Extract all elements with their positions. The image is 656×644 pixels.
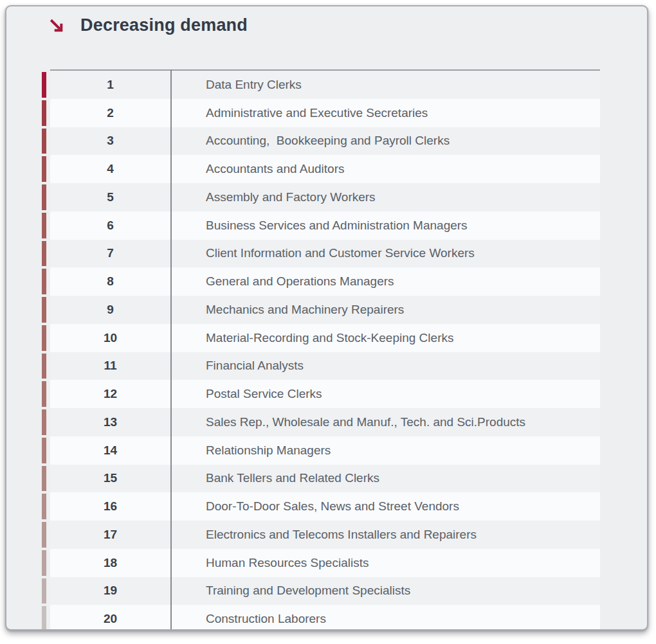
- occupation-cell: Door-To-Door Sales, News and Street Vend…: [170, 499, 459, 514]
- table-row: 6 Business Services and Administration M…: [42, 211, 600, 240]
- table-row: 20 Construction Laborers: [42, 605, 600, 631]
- rank-gradient-bar: [42, 213, 46, 238]
- rank-gradient-bar: [42, 550, 46, 576]
- table-row: 9 Mechanics and Machinery Repairers: [42, 296, 600, 324]
- occupation-cell: Relationship Managers: [170, 443, 331, 458]
- occupation-cell: Construction Laborers: [170, 612, 326, 626]
- occupation-cell: Bank Tellers and Related Clerks: [170, 471, 379, 485]
- rank-cell: 10: [50, 331, 170, 345]
- occupation-cell: Assembly and Factory Workers: [170, 190, 376, 204]
- rank-cell: 18: [50, 556, 170, 570]
- table-row: 11 Financial Analysts: [42, 352, 600, 380]
- rank-cell: 6: [50, 219, 170, 233]
- page-title: Decreasing demand: [80, 15, 248, 35]
- occupation-cell: Postal Service Clerks: [170, 387, 322, 401]
- row-cells: 5 Assembly and Factory Workers: [50, 183, 600, 211]
- table-row: 1 Data Entry Clerks: [42, 71, 600, 99]
- table-row: 17 Electronics and Telecoms Installers a…: [42, 521, 600, 549]
- rank-cell: 1: [50, 78, 170, 92]
- rank-gradient-bar: [42, 269, 46, 294]
- row-cells: 10 Material-Recording and Stock-Keeping …: [50, 324, 600, 352]
- rank-gradient-bar: [42, 353, 46, 379]
- occupation-cell: Electronics and Telecoms Installers and …: [170, 528, 477, 542]
- row-cells: 7 Client Information and Customer Servic…: [50, 240, 600, 268]
- rank-cell: 17: [50, 528, 170, 542]
- occupation-cell: Financial Analysts: [170, 359, 304, 373]
- row-cells: 9 Mechanics and Machinery Repairers: [50, 296, 600, 324]
- rank-gradient-bar: [42, 72, 46, 98]
- rank-gradient-bar: [42, 381, 46, 407]
- occupation-cell: General and Operations Managers: [170, 274, 394, 289]
- table-row: 10 Material-Recording and Stock-Keeping …: [42, 324, 600, 352]
- rank-gradient-bar: [42, 325, 46, 351]
- rank-gradient-bar: [42, 156, 46, 182]
- rank-cell: 2: [50, 106, 170, 120]
- occupation-cell: Sales Rep., Wholesale and Manuf., Tech. …: [170, 415, 525, 429]
- rank-gradient-bar: [42, 438, 46, 463]
- table-row: 19 Training and Development Specialists: [42, 577, 600, 605]
- table-row: 14 Relationship Managers: [42, 436, 600, 465]
- rank-cell: 8: [50, 274, 170, 289]
- table-top-border: [50, 69, 600, 71]
- rank-cell: 7: [50, 246, 170, 260]
- row-cells: 6 Business Services and Administration M…: [50, 211, 600, 240]
- table-row: 7 Client Information and Customer Servic…: [42, 240, 600, 268]
- occupation-cell: Business Services and Administration Man…: [170, 219, 468, 233]
- rank-gradient-bar: [42, 466, 46, 492]
- rank-cell: 14: [50, 443, 170, 458]
- row-cells: 14 Relationship Managers: [50, 436, 600, 465]
- figure-frame: Decreasing demand 1 Data Entry Clerks 2 …: [5, 5, 648, 631]
- rank-cell: 4: [50, 162, 170, 176]
- occupation-cell: Administrative and Executive Secretaries: [170, 106, 428, 120]
- occupation-cell: Training and Development Specialists: [170, 584, 410, 598]
- row-cells: 2 Administrative and Executive Secretari…: [50, 99, 600, 127]
- table-row: 18 Human Resources Specialists: [42, 549, 600, 577]
- arrow-down-right-icon: [48, 17, 66, 35]
- occupation-cell: Data Entry Clerks: [170, 78, 302, 92]
- rank-cell: 19: [50, 584, 170, 598]
- table-row: 13 Sales Rep., Wholesale and Manuf., Tec…: [42, 408, 600, 436]
- rank-gradient-bar: [42, 409, 46, 435]
- row-cells: 18 Human Resources Specialists: [50, 549, 600, 577]
- rank-cell: 16: [50, 499, 170, 514]
- occupation-cell: Material-Recording and Stock-Keeping Cle…: [170, 331, 453, 345]
- rank-gradient-bar: [42, 184, 46, 210]
- occupation-cell: Accounting, Bookkeeping and Payroll Cler…: [170, 134, 450, 148]
- figure-header: Decreasing demand: [48, 15, 248, 35]
- table-row: 4 Accountants and Auditors: [42, 155, 600, 183]
- table-row: 15 Bank Tellers and Related Clerks: [42, 465, 600, 493]
- rank-cell: 5: [50, 190, 170, 204]
- row-cells: 3 Accounting, Bookkeeping and Payroll Cl…: [50, 127, 600, 156]
- occupation-cell: Client Information and Customer Service …: [170, 246, 475, 260]
- rank-cell: 3: [50, 134, 170, 148]
- rank-gradient-bar: [42, 522, 46, 548]
- table-row: 5 Assembly and Factory Workers: [42, 183, 600, 211]
- rank-gradient-bar: [42, 241, 46, 267]
- row-cells: 16 Door-To-Door Sales, News and Street V…: [50, 492, 600, 521]
- rank-gradient-bar: [42, 606, 46, 631]
- row-cells: 13 Sales Rep., Wholesale and Manuf., Tec…: [50, 408, 600, 436]
- row-cells: 8 General and Operations Managers: [50, 267, 600, 296]
- row-cells: 12 Postal Service Clerks: [50, 380, 600, 408]
- rank-cell: 9: [50, 303, 170, 317]
- rank-cell: 20: [50, 612, 170, 626]
- row-cells: 11 Financial Analysts: [50, 352, 600, 380]
- rank-gradient-bar: [42, 578, 46, 604]
- occupation-cell: Mechanics and Machinery Repairers: [170, 303, 404, 317]
- row-cells: 4 Accountants and Auditors: [50, 155, 600, 183]
- occupation-cell: Human Resources Specialists: [170, 556, 369, 570]
- ranked-table: 1 Data Entry Clerks 2 Administrative and…: [42, 69, 600, 631]
- rank-gradient-bar: [42, 494, 46, 519]
- rank-cell: 15: [50, 471, 170, 485]
- occupation-cell: Accountants and Auditors: [170, 162, 344, 176]
- table-row: 16 Door-To-Door Sales, News and Street V…: [42, 492, 600, 521]
- row-cells: 17 Electronics and Telecoms Installers a…: [50, 521, 600, 549]
- table-rows: 1 Data Entry Clerks 2 Administrative and…: [42, 69, 600, 631]
- row-cells: 15 Bank Tellers and Related Clerks: [50, 465, 600, 493]
- rank-cell: 13: [50, 415, 170, 429]
- table-row: 12 Postal Service Clerks: [42, 380, 600, 408]
- rank-gradient-bar: [42, 297, 46, 323]
- table-row: 2 Administrative and Executive Secretari…: [42, 99, 600, 127]
- row-cells: 20 Construction Laborers: [50, 605, 600, 631]
- table-row: 8 General and Operations Managers: [42, 267, 600, 296]
